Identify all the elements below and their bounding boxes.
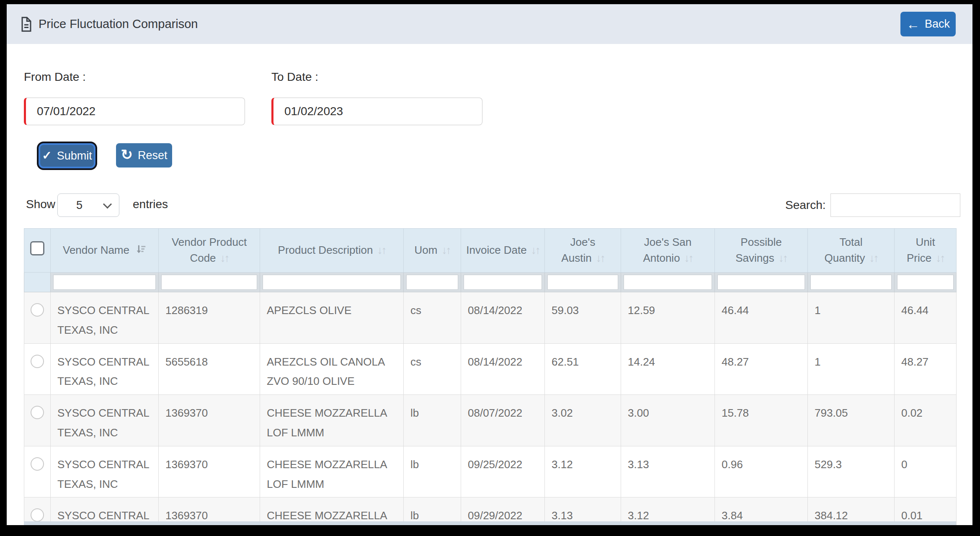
cell-possible_savings: 15.78 [715,395,808,446]
select-all-checkbox[interactable] [30,241,44,255]
cell-uom: lb [404,446,461,497]
filter-cell-possible_savings [715,273,808,292]
cell-invoice_date: 09/25/2022 [461,446,545,497]
cell-total_quantity: 1 [808,292,895,344]
column-label: Total Quantity [825,236,865,264]
cell-vendor_name: SYSCO CENTRAL TEXAS, INC [51,395,159,446]
cell-joes_austin: 62.51 [545,343,621,395]
to-date-input[interactable] [271,98,482,125]
table-row: SYSCO CENTRAL TEXAS, INC1286319APEZCLS O… [24,292,957,344]
cell-joes_san_antonio: 14.24 [621,343,715,395]
column-header-possible_savings[interactable]: Possible Savings↓↑ [715,229,808,273]
back-button[interactable]: ← Back [900,12,956,36]
cell-joes_austin: 3.12 [545,446,621,497]
filter-cell-vendor_name [51,273,159,292]
filter-input-joes_austin[interactable] [547,275,618,290]
cell-vendor_product_code: 1286319 [159,292,260,344]
row-select-cell [24,343,51,395]
cell-invoice_date: 08/14/2022 [461,343,545,395]
cell-possible_savings: 46.44 [715,292,808,344]
entries-label: entries [133,198,168,211]
search-label: Search: [785,198,826,212]
sort-both-icon: ↓↑ [377,244,385,256]
chevron-down-icon [103,200,112,209]
column-label: Product Description [278,244,373,256]
cell-unit_price: 46.44 [895,292,957,344]
back-arrow-icon: ← [906,18,920,31]
table-row: SYSCO CENTRAL TEXAS, INC1369370CHEESE MO… [24,446,957,497]
table-filter-row [24,273,957,292]
table-body: SYSCO CENTRAL TEXAS, INC1286319APEZCLS O… [24,292,957,526]
column-header-joes_austin[interactable]: Joe's Austin↓↑ [545,229,621,273]
cell-total_quantity: 793.05 [808,395,895,446]
column-header-vendor_name[interactable]: Vendor Name [51,229,159,273]
cell-vendor_name: SYSCO CENTRAL TEXAS, INC [51,292,159,344]
column-header-product_description[interactable]: Product Description↓↑ [260,229,404,273]
filter-input-unit_price[interactable] [897,275,954,290]
row-radio[interactable] [31,355,44,368]
cell-product_description: CHEESE MOZZARELLA LOF LMMM [260,446,404,497]
cell-uom: cs [404,343,461,395]
show-label: Show [26,198,55,211]
filter-input-uom[interactable] [406,275,458,290]
row-radio[interactable] [31,303,44,317]
check-icon: ✓ [42,150,52,162]
cell-product_description: APEZCLS OLIVE [260,292,404,344]
column-header-invoice_date[interactable]: Invoice Date↓↑ [461,229,545,273]
filter-input-vendor_name[interactable] [53,275,156,290]
filter-cell-joes_austin [545,273,621,292]
search-input[interactable] [830,193,960,217]
filter-cell-uom [404,273,461,292]
column-label: Unit Price [907,236,935,264]
filter-spacer-cell [24,273,51,292]
refresh-icon: ↻ [121,147,133,162]
cell-unit_price: 48.27 [895,343,957,395]
document-icon [20,16,33,32]
cell-unit_price: 0.02 [895,395,957,446]
cell-vendor_product_code: 1369370 [159,446,260,497]
column-header-joes_san_antonio[interactable]: Joe's San Antonio↓↑ [621,229,715,273]
from-date-input[interactable] [24,98,245,125]
title-wrap: Price Fluctuation Comparison [20,16,198,32]
filter-input-vendor_product_code[interactable] [161,275,257,290]
sort-both-icon: ↓↑ [220,252,229,264]
filter-cell-unit_price [895,273,957,292]
cell-vendor_name: SYSCO CENTRAL TEXAS, INC [51,446,159,497]
filter-input-possible_savings[interactable] [717,275,805,290]
submit-button[interactable]: ✓ Submit [40,145,94,167]
filter-cell-total_quantity [808,273,895,292]
cell-joes_san_antonio: 3.00 [621,395,715,446]
filter-input-product_description[interactable] [263,275,401,290]
row-radio[interactable] [31,508,44,522]
filter-input-joes_san_antonio[interactable] [624,275,712,290]
cell-unit_price: 0 [895,446,957,497]
horizontal-scrollbar[interactable] [24,521,956,525]
filter-input-total_quantity[interactable] [810,275,892,290]
row-radio[interactable] [31,457,44,471]
cell-invoice_date: 08/07/2022 [461,395,545,446]
page-header: Price Fluctuation Comparison ← Back [7,4,972,44]
data-table: Vendor NameVendor Product Code↓↑Product … [24,228,957,525]
row-radio[interactable] [31,406,44,419]
sort-both-icon: ↓↑ [596,252,604,264]
column-header-total_quantity[interactable]: Total Quantity↓↑ [808,229,895,273]
column-header-uom[interactable]: Uom↓↑ [404,229,461,273]
page-size-select[interactable]: 5 [57,193,119,217]
table-head-row: Vendor NameVendor Product Code↓↑Product … [24,229,957,273]
column-header-unit_price[interactable]: Unit Price↓↑ [895,229,957,273]
column-label: Invoice Date [466,244,527,256]
column-label: Vendor Name [63,244,129,256]
cell-total_quantity: 1 [808,343,895,395]
sort-both-icon: ↓↑ [441,244,450,256]
filter-input-invoice_date[interactable] [464,275,542,290]
cell-possible_savings: 48.27 [715,343,808,395]
row-select-cell [24,395,51,446]
column-label: Uom [415,244,438,256]
table-row: SYSCO CENTRAL TEXAS, INC1369370CHEESE MO… [24,395,957,446]
column-header-vendor_product_code[interactable]: Vendor Product Code↓↑ [159,229,260,273]
reset-button[interactable]: ↻ Reset [116,143,172,168]
to-date-label: To Date : [271,70,318,84]
filter-cell-invoice_date [461,273,545,292]
sort-both-icon: ↓↑ [684,252,693,264]
table-row: SYSCO CENTRAL TEXAS, INC5655618AREZCLS O… [24,343,957,395]
